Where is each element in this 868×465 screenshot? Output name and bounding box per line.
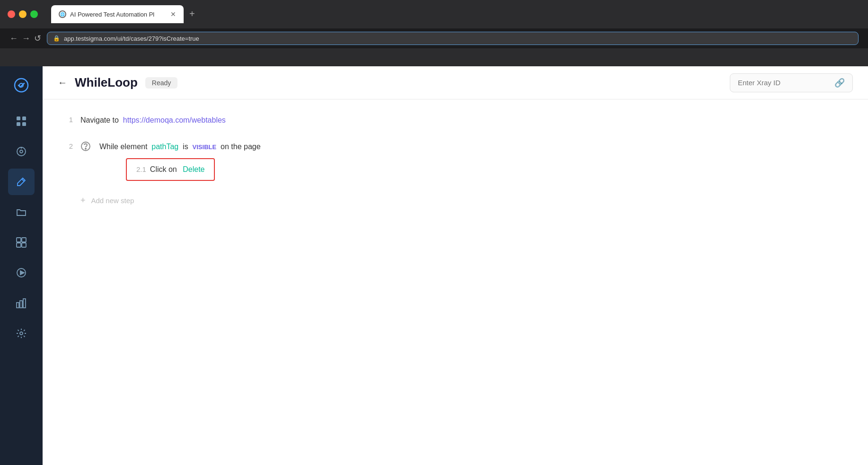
sidebar-item-settings[interactable]	[8, 320, 35, 347]
address-bar[interactable]: 🔒 app.testsigma.com/ui/td/cases/279?isCr…	[47, 32, 859, 45]
address-bar-row: ← → ↺ 🔒 app.testsigma.com/ui/td/cases/27…	[0, 28, 868, 48]
page-title: WhileLoop	[75, 75, 138, 90]
svg-rect-17	[20, 301, 22, 308]
svg-rect-3	[22, 116, 26, 120]
tab-title: AI Powered Test Automation Pl	[70, 11, 167, 18]
svg-point-19	[20, 332, 23, 335]
svg-point-0	[15, 79, 28, 92]
step-2-is: is	[181, 143, 190, 151]
browser-titlebar: 🌐 AI Powered Test Automation Pl ✕ +	[0, 0, 868, 28]
substep-2-1-box: 2.1 Click on Delete	[126, 158, 215, 181]
svg-rect-12	[17, 243, 21, 247]
svg-rect-13	[22, 243, 26, 247]
xray-input-wrapper: 🔗	[730, 73, 853, 92]
svg-point-21	[85, 148, 86, 149]
svg-marker-15	[20, 271, 24, 275]
step-2-row: 2 While element pathTag is VISIBLE on th…	[62, 141, 849, 181]
new-tab-button[interactable]: +	[186, 7, 199, 21]
step-2-content: While element pathTag is VISIBLE on the …	[99, 141, 849, 181]
step-1-link[interactable]: https://demoqa.com/webtables	[123, 116, 226, 124]
step-1-row: 1 Navigate to https://demoqa.com/webtabl…	[62, 115, 849, 126]
svg-rect-5	[22, 122, 26, 126]
svg-rect-11	[22, 238, 26, 242]
maximize-traffic-light[interactable]	[30, 10, 38, 18]
main-content: ← WhileLoop Ready 🔗 1 Navigate to https:…	[43, 66, 868, 465]
svg-rect-2	[17, 116, 20, 120]
step-2-while: While element	[99, 143, 150, 151]
sidebar-item-folder[interactable]	[8, 199, 35, 225]
minimize-traffic-light[interactable]	[19, 10, 27, 18]
sidebar	[0, 66, 43, 465]
sidebar-item-play[interactable]	[8, 259, 35, 286]
nav-buttons: ← → ↺	[9, 34, 41, 43]
substep-container: 2.1 Click on Delete	[126, 158, 849, 181]
back-button[interactable]: ←	[58, 77, 67, 88]
add-step-button[interactable]: +	[80, 196, 86, 205]
substep-2-1-element: Delete	[183, 164, 204, 175]
lock-icon: 🔒	[53, 35, 60, 42]
sidebar-item-chart[interactable]	[8, 290, 35, 316]
close-traffic-light[interactable]	[8, 10, 15, 18]
add-step-label: Add new step	[91, 197, 134, 205]
svg-rect-18	[23, 299, 26, 308]
step-2-number: 2	[62, 141, 73, 150]
sidebar-logo	[10, 74, 33, 97]
svg-rect-16	[17, 303, 19, 308]
step-1-number: 1	[62, 115, 73, 124]
sidebar-item-grid[interactable]	[8, 229, 35, 256]
tab-close-button[interactable]: ✕	[170, 11, 176, 18]
link-icon[interactable]: 🔗	[834, 78, 845, 88]
main-header: ← WhileLoop Ready 🔗	[43, 66, 868, 99]
step-2-suffix: on the page	[219, 143, 261, 151]
xray-id-input[interactable]	[738, 79, 831, 87]
tab-favicon: 🌐	[59, 10, 66, 18]
back-nav-button[interactable]: ←	[9, 34, 18, 43]
step-1-content: Navigate to https://demoqa.com/webtables	[80, 115, 849, 126]
svg-rect-10	[17, 238, 21, 242]
steps-area: 1 Navigate to https://demoqa.com/webtabl…	[43, 99, 868, 465]
svg-point-7	[20, 150, 23, 153]
forward-nav-button[interactable]: →	[22, 34, 30, 43]
step-2-element: pathTag	[151, 143, 178, 151]
reload-button[interactable]: ↺	[34, 34, 41, 43]
sidebar-item-edit[interactable]	[8, 169, 35, 195]
tab-bar: 🌐 AI Powered Test Automation Pl ✕ +	[44, 5, 206, 23]
app-layout: ← WhileLoop Ready 🔗 1 Navigate to https:…	[0, 66, 868, 465]
step-2-visible: VISIBLE	[193, 143, 217, 151]
step-2-icon	[80, 141, 92, 154]
status-badge: Ready	[145, 77, 177, 89]
sidebar-item-dashboard[interactable]	[8, 138, 35, 165]
substep-2-1-text: Click on	[150, 164, 179, 175]
add-step-row: + Add new step	[80, 196, 849, 205]
url-text: app.testsigma.com/ui/td/cases/279?isCrea…	[64, 35, 199, 42]
browser-chrome: 🌐 AI Powered Test Automation Pl ✕ + ← → …	[0, 0, 868, 66]
svg-rect-4	[17, 122, 20, 126]
step-1-prefix: Navigate to	[80, 116, 121, 124]
substep-2-1-number: 2.1	[136, 164, 146, 175]
active-tab[interactable]: 🌐 AI Powered Test Automation Pl ✕	[51, 5, 184, 23]
traffic-lights	[8, 10, 38, 18]
sidebar-item-apps[interactable]	[8, 108, 35, 134]
